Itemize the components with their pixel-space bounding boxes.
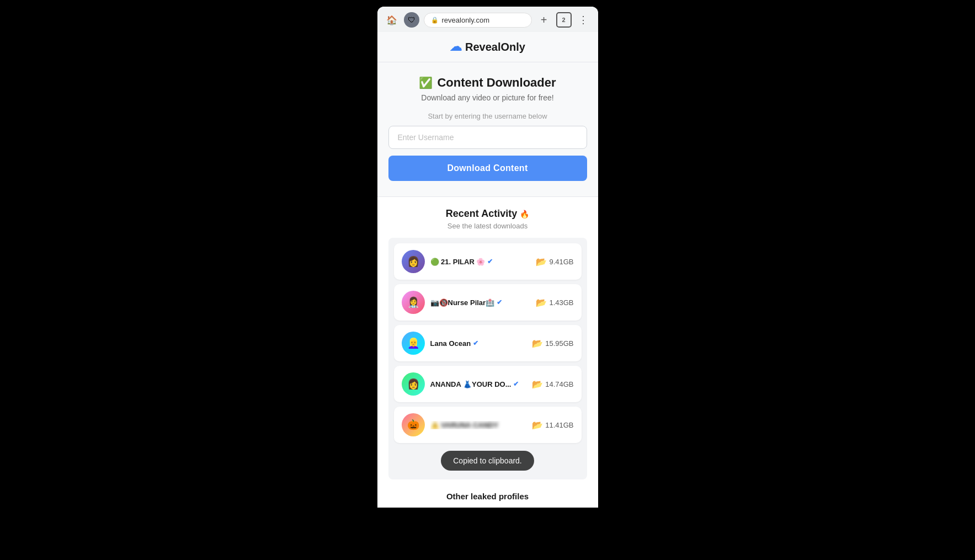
lock-icon: 🔒 bbox=[431, 17, 439, 24]
home-button[interactable]: 🏠 bbox=[384, 12, 399, 28]
list-item[interactable]: 👱‍♀️ Lana Ocean ✔ 📂 15.95GB bbox=[394, 325, 582, 361]
folder-icon: 📂 bbox=[532, 379, 543, 390]
recent-activity-section: Recent Activity 🔥 See the latest downloa… bbox=[377, 197, 598, 485]
activity-name: ANANDA 👗YOUR DO... ✔ bbox=[430, 380, 527, 388]
menu-button[interactable]: ⋮ bbox=[576, 12, 592, 28]
list-item[interactable]: 👩 ANANDA 👗YOUR DO... ✔ 📂 14.74GB bbox=[394, 366, 582, 402]
activity-size: 📂 1.43GB bbox=[536, 297, 573, 308]
tabs-button[interactable]: 2 bbox=[556, 12, 572, 28]
other-profiles-title: Other leaked profiles bbox=[388, 492, 587, 501]
shield-button[interactable]: 🛡 bbox=[404, 12, 419, 28]
verified-icon: ✔ bbox=[497, 298, 502, 306]
activity-info: Lana Ocean ✔ bbox=[430, 339, 527, 348]
other-profiles-section: Other leaked profiles bbox=[377, 485, 598, 508]
activity-size: 📂 11.41GB bbox=[532, 420, 573, 430]
shield-icon: 🛡 bbox=[408, 15, 415, 24]
downloader-title-text: Content Downloader bbox=[437, 76, 556, 90]
avatar: 🎃 bbox=[402, 413, 425, 436]
list-item[interactable]: 🎃 ⚠️ VARUNA CANDY 📂 11.41GB bbox=[394, 407, 582, 443]
activity-size: 📂 14.74GB bbox=[532, 379, 573, 390]
folder-icon: 📂 bbox=[532, 338, 543, 349]
avatar: 👩 bbox=[402, 250, 425, 273]
avatar: 👩‍⚕️ bbox=[402, 291, 425, 314]
fire-icon: 🔥 bbox=[520, 210, 529, 218]
activity-name: ⚠️ VARUNA CANDY bbox=[430, 421, 527, 429]
activity-name: 📷🔞Nurse Pilar🏥 ✔ bbox=[430, 298, 531, 307]
avatar: 👩 bbox=[402, 372, 425, 396]
download-button[interactable]: Download Content bbox=[388, 156, 587, 181]
activity-list: 👩 🟢 21. PILAR 🌸 ✔ 📂 9.41GB 👩‍⚕️ bbox=[388, 238, 587, 479]
verified-icon: ✔ bbox=[473, 339, 478, 347]
activity-info: ⚠️ VARUNA CANDY bbox=[430, 421, 527, 429]
activity-size: 📂 15.95GB bbox=[532, 338, 573, 349]
activity-name: 🟢 21. PILAR 🌸 ✔ bbox=[430, 258, 531, 266]
folder-icon: 📂 bbox=[536, 297, 547, 308]
list-item[interactable]: 👩‍⚕️ 📷🔞Nurse Pilar🏥 ✔ 📂 1.43GB bbox=[394, 284, 582, 321]
downloader-subtitle: Download any video or picture for free! bbox=[388, 93, 587, 102]
browser-window: 🏠 🛡 🔒 revealonly.com + 2 ⋮ ☁ RevealOnly … bbox=[377, 7, 598, 508]
username-hint: Start by entering the username below bbox=[388, 112, 587, 120]
site-header: ☁ RevealOnly bbox=[377, 32, 598, 62]
site-logo: ☁ RevealOnly bbox=[377, 40, 598, 54]
recent-activity-subtitle: See the latest downloads bbox=[388, 222, 587, 230]
username-input[interactable] bbox=[388, 126, 587, 149]
logo-text: RevealOnly bbox=[465, 41, 525, 54]
clipboard-toast: Copied to clipboard. bbox=[441, 451, 534, 471]
list-item[interactable]: 👩 🟢 21. PILAR 🌸 ✔ 📂 9.41GB bbox=[394, 243, 582, 280]
activity-size: 📂 9.41GB bbox=[536, 257, 573, 267]
page-content: ☁ RevealOnly ✅ Content Downloader Downlo… bbox=[377, 32, 598, 508]
url-text: revealonly.com bbox=[442, 16, 489, 24]
activity-info: 📷🔞Nurse Pilar🏥 ✔ bbox=[430, 298, 531, 307]
downloader-section: ✅ Content Downloader Download any video … bbox=[377, 62, 598, 197]
browser-chrome: 🏠 🛡 🔒 revealonly.com + 2 ⋮ bbox=[377, 7, 598, 32]
recent-activity-title: Recent Activity 🔥 bbox=[388, 208, 587, 220]
avatar: 👱‍♀️ bbox=[402, 332, 425, 355]
address-bar[interactable]: 🔒 revealonly.com bbox=[424, 13, 532, 28]
activity-info: 🟢 21. PILAR 🌸 ✔ bbox=[430, 258, 531, 266]
folder-icon: 📂 bbox=[532, 420, 543, 430]
cloud-icon: ☁ bbox=[450, 40, 462, 54]
verified-icon: ✔ bbox=[487, 258, 493, 265]
add-tab-button[interactable]: + bbox=[536, 12, 552, 28]
downloader-title: ✅ Content Downloader bbox=[388, 76, 587, 90]
activity-info: ANANDA 👗YOUR DO... ✔ bbox=[430, 380, 527, 388]
verified-badge-icon: ✅ bbox=[419, 76, 433, 89]
activity-name: Lana Ocean ✔ bbox=[430, 339, 527, 348]
folder-icon: 📂 bbox=[536, 257, 547, 267]
verified-icon: ✔ bbox=[513, 380, 519, 388]
